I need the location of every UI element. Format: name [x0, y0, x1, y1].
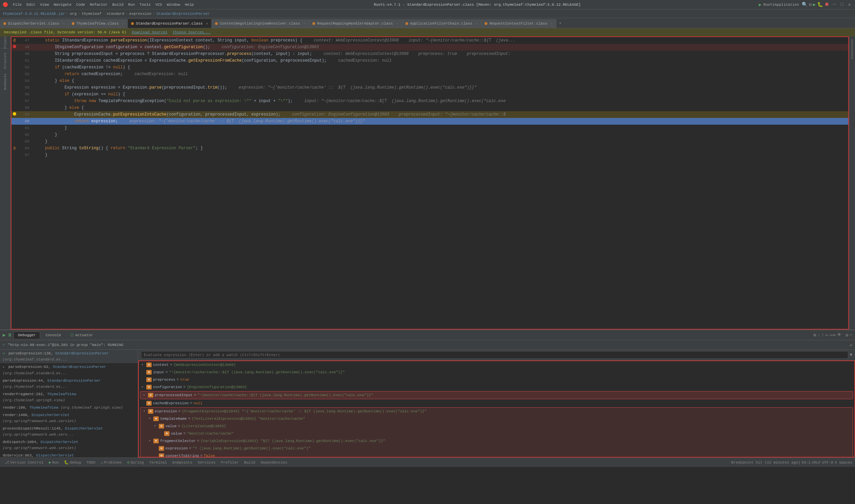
run-to-cursor-icon[interactable]: ↪: [826, 332, 829, 338]
search-icon[interactable]: 🔍: [802, 2, 807, 7]
code-area[interactable]: @ 47 static IStandardExpression parseExp…: [12, 37, 848, 329]
stack-item-5[interactable]: render:1400, DispatcherServlet (org.spri…: [0, 411, 138, 425]
menu-run[interactable]: Run: [126, 2, 137, 7]
stack-item-4[interactable]: render:190, ThymeleafView (org.thymeleaf…: [0, 404, 138, 411]
tab-content-negotiating[interactable]: ContentNegotiatingViewResolver.class ✕: [212, 19, 309, 28]
debug-btn[interactable]: 🐛: [817, 2, 823, 7]
status-run[interactable]: ▶ Run: [47, 460, 61, 465]
stack-item-1[interactable]: ▸ parseExpression:62, StandardExpression…: [0, 363, 138, 377]
step-over-icon[interactable]: ▶: [3, 332, 5, 338]
status-debug[interactable]: 🐛 Debug: [62, 460, 83, 465]
tab-standardexpressionparser[interactable]: StandardExpressionParser.class ✕: [128, 19, 212, 28]
menu-file[interactable]: File: [11, 2, 23, 7]
charset-status[interactable]: UTF-8: [822, 461, 833, 465]
bookmarks-icon[interactable]: Bookmarks: [1, 72, 10, 92]
eval-expand-icon[interactable]: ▼: [850, 353, 852, 357]
status-build[interactable]: Build: [242, 461, 257, 465]
eval-input[interactable]: [141, 351, 848, 359]
run-config[interactable]: ▶ RuoYiApplication: [759, 2, 799, 7]
breadcrumb-item[interactable]: thymeleaf: [82, 12, 102, 16]
menu-help[interactable]: Help: [183, 2, 196, 7]
tab-actuator[interactable]: ⬡ Actuator: [66, 331, 97, 339]
breadcrumb-item[interactable]: standard: [107, 12, 124, 16]
breadcrumb-item[interactable]: thymeleaf-3.0.12.RELEASE.jar: [3, 12, 65, 16]
stack-item-0[interactable]: ↪ parseExpression:136, StandardExpressio…: [0, 350, 138, 363]
close-btn[interactable]: ✕: [847, 2, 852, 7]
status-profiler[interactable]: Profiler: [219, 461, 241, 465]
var-preprocessedinput[interactable]: ▸ o preprocessedInput="~{monitor/cache/c…: [140, 391, 853, 399]
minimize-btn[interactable]: ─: [832, 2, 837, 7]
status-endpoints[interactable]: Endpoints: [170, 461, 194, 465]
var-converttostring[interactable]: o convertToString=false: [141, 452, 853, 457]
menu-refactor[interactable]: Refactor: [88, 2, 109, 7]
tab-close[interactable]: ✕: [476, 21, 478, 25]
menu-vcs[interactable]: VCS: [153, 2, 164, 7]
status-spring[interactable]: ⚙ Spring: [125, 460, 146, 465]
menu-edit[interactable]: Edit: [24, 2, 37, 7]
status-services[interactable]: Services: [196, 461, 218, 465]
watch-icon[interactable]: 👁: [837, 332, 841, 338]
breadcrumb-item[interactable]: org: [70, 12, 76, 16]
breadcrumb-current[interactable]: StandardExpressionParser: [156, 12, 210, 16]
tab-thymeleafview[interactable]: ThymeleafView.class ✕: [68, 19, 128, 28]
structure-icon[interactable]: Structure: [1, 51, 10, 71]
var-value-outer[interactable]: ▾ o value={LiteralValue@13955}: [141, 422, 853, 430]
step-into-icon[interactable]: ↓: [818, 332, 820, 338]
tab-close[interactable]: ✕: [551, 21, 553, 25]
tab-requestcontextfilter[interactable]: RequestContextFilter.class ✕: [481, 19, 556, 28]
menu-view[interactable]: View: [38, 2, 51, 7]
var-preprocess[interactable]: o preprocess=true: [139, 376, 854, 383]
stack-item-6[interactable]: processDispatchResult:1145, DispatcherSe…: [0, 425, 138, 438]
settings-icon[interactable]: ⚙: [809, 2, 812, 7]
status-problems[interactable]: ⚠ Problems: [99, 460, 124, 465]
project-icon[interactable]: Project: [1, 38, 10, 47]
minimize-debug-icon[interactable]: ─: [850, 332, 852, 338]
step-out-icon[interactable]: ↑: [822, 332, 824, 338]
resume-icon[interactable]: ⏸: [7, 332, 12, 338]
tab-debugger[interactable]: Debugger: [14, 331, 40, 339]
status-dependencies[interactable]: Dependencies: [259, 461, 289, 465]
download-sources-link[interactable]: Download Sources: [132, 30, 167, 34]
menu-code[interactable]: Code: [74, 2, 87, 7]
menu-navigate[interactable]: Navigate: [52, 2, 73, 7]
menu-build[interactable]: Build: [110, 2, 125, 7]
run-btn[interactable]: ▶: [813, 2, 816, 7]
var-expression-inner[interactable]: o expression="T (java.lang.Runtime).getR…: [141, 445, 853, 452]
var-expression[interactable]: ▾ o expression={FragmentExpression@13945…: [141, 408, 853, 415]
tab-close[interactable]: ✕: [396, 21, 398, 25]
maximize-btn[interactable]: □: [839, 2, 844, 7]
tab-console[interactable]: Console: [41, 332, 65, 339]
status-todo[interactable]: TODO: [84, 461, 97, 465]
tab-dispatcher[interactable]: DispatcherServlet.class ✕: [0, 19, 68, 28]
stack-item-2[interactable]: parseExpression:44, StandardExpressionPa…: [0, 377, 138, 391]
stop-btn[interactable]: ⏹: [824, 2, 829, 7]
menu-tools[interactable]: Tools: [138, 2, 153, 7]
settings-debug-icon[interactable]: ⚙: [845, 332, 848, 338]
tab-close[interactable]: ✕: [122, 21, 124, 25]
var-templatename[interactable]: ▾ o templateName={TextLiteralExpression@…: [141, 415, 853, 422]
var-cachedexpression[interactable]: o cachedExpression=null: [139, 399, 854, 407]
stack-item-3[interactable]: renderFragment:282, ThymeleafView (org.t…: [0, 391, 138, 404]
tab-requestmapping[interactable]: RequestMappingHandlerAdapter.class ✕: [309, 19, 402, 28]
evaluate-icon[interactable]: ⟹: [830, 332, 836, 338]
choose-sources-link[interactable]: Choose Sources...: [173, 30, 211, 34]
status-version-control[interactable]: ⎇ Version Control: [3, 460, 46, 465]
tab-close[interactable]: ✕: [63, 21, 65, 25]
var-fragmentselector[interactable]: ▾ o fragmentSelector={VariableExpression…: [141, 437, 853, 445]
more-tabs[interactable]: ▾: [556, 20, 564, 26]
crlf-status[interactable]: CRLF: [812, 461, 821, 465]
filter-threads-btn[interactable]: ⊿: [849, 343, 852, 347]
tab-close[interactable]: ✕: [303, 21, 305, 25]
stack-item-8[interactable]: doService:963, DispatcherServlet (org.sp…: [0, 452, 138, 457]
breadcrumb-item[interactable]: expression: [129, 12, 151, 16]
status-terminal[interactable]: Terminal: [147, 461, 169, 465]
var-value-inner[interactable]: o value="monitor/cache/cache": [141, 430, 853, 437]
stack-item-7[interactable]: doDispatch:1084, DispatcherServlet (org.…: [0, 438, 138, 452]
filter-icon[interactable]: ⊞: [814, 332, 816, 338]
tab-close[interactable]: ✕: [206, 21, 208, 25]
var-context[interactable]: ▸ o context={WebExpressionContext@13908}: [139, 361, 854, 368]
tab-applicationfilterchain[interactable]: ApplicationFilterChain.class ✕: [402, 19, 482, 28]
menu-window[interactable]: Window: [165, 2, 182, 7]
var-input[interactable]: o input="~{monitor/cache/cache::${T (jav…: [139, 368, 854, 376]
var-configuration[interactable]: ▸ o configuration={EngineConfiguration@1…: [139, 383, 854, 391]
